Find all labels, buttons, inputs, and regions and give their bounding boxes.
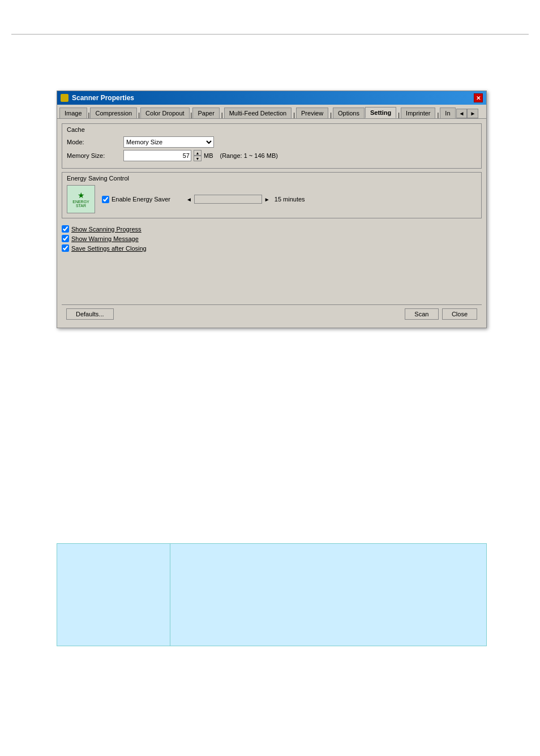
slider-right-arrow[interactable]: ► bbox=[264, 196, 270, 203]
tab-compression[interactable]: Compression bbox=[90, 108, 137, 118]
show-warning-message-checkbox[interactable] bbox=[62, 235, 69, 242]
tab-sep-8: | bbox=[436, 111, 440, 118]
cache-section-title: Cache bbox=[67, 126, 477, 133]
tab-prev-button[interactable]: ◄ bbox=[456, 109, 468, 118]
energy-inner: ★ ENERGY STAR Enable Energy Saver ◄ ► 15… bbox=[67, 185, 477, 213]
content-area: Show Scanning Progress Show Warning Mess… bbox=[62, 222, 482, 301]
bottom-right-cell bbox=[170, 544, 486, 646]
scan-button[interactable]: Scan bbox=[405, 308, 439, 320]
tab-image[interactable]: Image bbox=[59, 108, 87, 118]
tab-sep-6: | bbox=[329, 111, 333, 118]
bottom-left-cell bbox=[57, 544, 170, 646]
energy-saving-section: Energy Saving Control ★ ENERGY STAR Enab… bbox=[62, 172, 482, 218]
save-settings-label: Save Settings after Closing bbox=[71, 245, 147, 252]
bottom-table bbox=[57, 543, 487, 646]
tab-color-dropout[interactable]: Color Dropout bbox=[140, 108, 189, 118]
slider-left-arrow[interactable]: ◄ bbox=[186, 196, 192, 203]
tabs-row: Image | Compression | Color Dropout | Pa… bbox=[57, 105, 486, 119]
tab-options[interactable]: Options bbox=[333, 108, 365, 118]
cache-section: Cache Mode: Memory Size Page Count Memor… bbox=[62, 123, 482, 169]
show-warning-message-item: Show Warning Message bbox=[62, 235, 482, 242]
energy-star-icon: ★ bbox=[78, 191, 85, 200]
tab-sep-5: | bbox=[292, 111, 296, 118]
dialog-titlebar: Scanner Properties ✕ bbox=[57, 91, 486, 105]
enable-energy-saver-row: Enable Energy Saver bbox=[102, 196, 170, 203]
dialog-close-button[interactable]: ✕ bbox=[474, 93, 483, 102]
memory-size-input[interactable] bbox=[123, 150, 191, 161]
minutes-label: 15 minutes bbox=[275, 196, 305, 203]
show-scanning-progress-label: Show Scanning Progress bbox=[71, 226, 142, 233]
energy-slider[interactable] bbox=[194, 195, 262, 204]
energy-slider-track: ◄ ► 15 minutes bbox=[186, 195, 305, 204]
energy-saving-title: Energy Saving Control bbox=[67, 175, 477, 182]
memory-size-row: Memory Size: ▲ ▼ MB (Range: 1 ~ 146 MB) bbox=[67, 150, 477, 161]
close-button[interactable]: Close bbox=[442, 308, 477, 320]
memory-size-unit: MB bbox=[204, 152, 213, 159]
save-settings-checkbox[interactable] bbox=[62, 244, 69, 252]
save-settings-item: Save Settings after Closing bbox=[62, 244, 482, 252]
memory-size-range: (Range: 1 ~ 146 MB) bbox=[220, 152, 278, 159]
enable-energy-saver-label: Enable Energy Saver bbox=[112, 196, 170, 203]
spinbox-buttons: ▲ ▼ bbox=[194, 150, 202, 161]
energy-star-logo: ★ ENERGY STAR bbox=[67, 185, 95, 213]
enable-energy-saver-checkbox[interactable] bbox=[102, 196, 109, 203]
scanner-icon bbox=[61, 94, 68, 102]
memory-size-spinbox: ▲ ▼ MB (Range: 1 ~ 146 MB) bbox=[123, 150, 278, 161]
energy-star-text: ENERGY STAR bbox=[67, 200, 95, 208]
scanner-properties-dialog: Scanner Properties ✕ Image | Compression… bbox=[57, 91, 487, 328]
mode-row: Mode: Memory Size Page Count bbox=[67, 136, 477, 148]
show-warning-message-label: Show Warning Message bbox=[71, 235, 139, 242]
top-divider bbox=[11, 34, 529, 35]
titlebar-left: Scanner Properties bbox=[61, 94, 134, 102]
defaults-button[interactable]: Defaults... bbox=[66, 308, 114, 320]
tab-in[interactable]: In bbox=[440, 108, 455, 118]
tab-preview[interactable]: Preview bbox=[296, 108, 328, 118]
dialog-footer: Defaults... Scan Close bbox=[62, 304, 482, 323]
tab-sep-7: | bbox=[397, 111, 401, 118]
tab-setting[interactable]: Setting bbox=[365, 107, 396, 118]
spinbox-down-button[interactable]: ▼ bbox=[194, 156, 202, 161]
tab-imprinter[interactable]: Imprinter bbox=[401, 108, 435, 118]
tab-next-button[interactable]: ► bbox=[467, 109, 478, 118]
mode-select[interactable]: Memory Size Page Count bbox=[123, 136, 214, 148]
memory-size-label: Memory Size: bbox=[67, 152, 123, 159]
mode-label: Mode: bbox=[67, 139, 123, 145]
dialog-title: Scanner Properties bbox=[72, 94, 134, 102]
tab-multifeed[interactable]: Multi-Feed Detection bbox=[224, 108, 292, 118]
dialog-body: Cache Mode: Memory Size Page Count Memor… bbox=[57, 119, 486, 328]
spinbox-up-button[interactable]: ▲ bbox=[194, 150, 202, 156]
show-scanning-progress-item: Show Scanning Progress bbox=[62, 225, 482, 233]
tab-paper[interactable]: Paper bbox=[192, 108, 219, 118]
tab-sep-4: | bbox=[220, 111, 224, 118]
show-scanning-progress-checkbox[interactable] bbox=[62, 225, 69, 233]
footer-right-buttons: Scan Close bbox=[405, 308, 477, 320]
